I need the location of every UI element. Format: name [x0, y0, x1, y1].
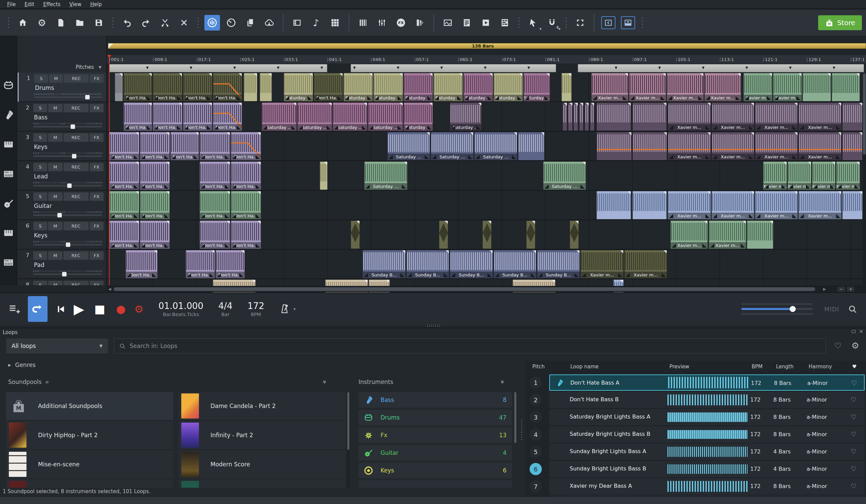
- toolbar-grip[interactable]: [7, 16, 10, 29]
- undo-icon[interactable]: [119, 15, 135, 31]
- audio-clip[interactable]: [832, 73, 860, 101]
- track-header-7[interactable]: 7SMRECFXPad: [18, 250, 106, 279]
- pitch-change-marker[interactable]: ▼: [702, 66, 704, 70]
- audio-clip[interactable]: Don't Ha...: [200, 220, 230, 249]
- loop-row[interactable]: Sunday Bright Lights Bass B1724 Barsa-Mi…: [549, 461, 865, 477]
- audio-clip[interactable]: Sunday B...: [493, 250, 536, 278]
- loop-row[interactable]: Saturday Bright Lights Bass A1728 Barsa-…: [549, 409, 865, 425]
- redo-icon[interactable]: [138, 15, 154, 31]
- audio-clip[interactable]: Sunday B...: [406, 250, 449, 278]
- soundpools-scrollbar[interactable]: [347, 392, 349, 488]
- play-box-icon[interactable]: [478, 15, 493, 31]
- delete-icon[interactable]: ✕: [176, 15, 192, 31]
- favorite-toggle-icon[interactable]: ♡: [851, 413, 856, 421]
- audio-clip[interactable]: Xavier m...: [668, 132, 711, 160]
- pitch-change-marker[interactable]: ▼: [658, 66, 661, 70]
- cloud-import-icon[interactable]: [262, 15, 277, 31]
- loops-icon[interactable]: [204, 15, 220, 31]
- track-volume-slider[interactable]: [34, 96, 102, 98]
- playhead[interactable]: [109, 55, 110, 285]
- vertical-scrollbar[interactable]: [863, 72, 866, 285]
- audio-clip[interactable]: Don't Ha...: [213, 73, 242, 101]
- audio-clip[interactable]: [842, 132, 863, 160]
- loop-preview-waveform[interactable]: [668, 377, 748, 388]
- skip-to-start-button[interactable]: [56, 305, 66, 314]
- track-s-button[interactable]: S: [33, 281, 47, 285]
- column-header-length[interactable]: Length: [776, 364, 794, 370]
- track-s-button[interactable]: S: [33, 133, 47, 142]
- track-m-button[interactable]: M: [48, 192, 62, 201]
- audio-clip[interactable]: Xavier m...: [580, 250, 623, 278]
- pitch-change-marker[interactable]: ▼: [615, 66, 618, 70]
- track-volume-slider[interactable]: [33, 273, 102, 275]
- loops-filter-dropdown[interactable]: All loops ▼: [6, 339, 108, 353]
- loop-preview-waveform[interactable]: [667, 447, 747, 457]
- pitch-change-marker[interactable]: ▼: [789, 66, 792, 70]
- pitch-button-7[interactable]: 7: [530, 480, 542, 492]
- audio-clip[interactable]: Xavier m...: [712, 132, 754, 160]
- audio-clip[interactable]: Xavier m...: [712, 102, 754, 131]
- panel-resize-handle[interactable]: [426, 324, 440, 327]
- audio-clip[interactable]: Don't Ha...: [109, 132, 139, 160]
- audio-clip[interactable]: Saturday ...: [431, 132, 474, 160]
- audio-clip[interactable]: [563, 102, 567, 131]
- track-header-3[interactable]: 3SMRECFXKeys: [18, 131, 106, 161]
- loop-row[interactable]: Xavier my Dear Bass A1728 Barsa-Minor♡: [549, 478, 865, 494]
- soundpool-item[interactable]: [6, 480, 173, 488]
- master-volume-slider[interactable]: [741, 302, 813, 316]
- audio-clip[interactable]: [244, 73, 257, 101]
- soundpool-item[interactable]: MAdditional Soundpools: [6, 392, 173, 420]
- audio-clip[interactable]: [747, 220, 773, 249]
- audio-clip[interactable]: Don't Ha...: [231, 132, 261, 160]
- audio-clip[interactable]: Saturday ...: [433, 73, 463, 101]
- loop-toggle-button[interactable]: [28, 296, 47, 322]
- audio-clip[interactable]: Xavier m...: [743, 73, 772, 101]
- audio-clip[interactable]: Xavier m...: [704, 73, 741, 101]
- pitch-button-5[interactable]: 5: [530, 446, 542, 458]
- audio-clip[interactable]: [802, 73, 831, 101]
- audio-clip[interactable]: Xavier m...: [591, 73, 629, 101]
- audio-clip[interactable]: Saturday ...: [374, 73, 403, 101]
- pitch-strip[interactable]: [351, 64, 556, 72]
- track-header-1[interactable]: 1SMRECFXDrums: [18, 72, 106, 102]
- track-fx-button[interactable]: FX: [90, 74, 103, 83]
- track-rec-button[interactable]: REC: [64, 74, 89, 83]
- audio-clip[interactable]: [632, 132, 667, 160]
- stop-button[interactable]: ■: [95, 302, 105, 316]
- audio-clip[interactable]: [482, 220, 491, 249]
- audio-clip[interactable]: [632, 191, 667, 219]
- pitch-change-marker[interactable]: ▼: [277, 66, 280, 70]
- audio-clip[interactable]: [526, 220, 535, 249]
- home-icon[interactable]: [15, 15, 31, 31]
- audio-clip[interactable]: Saturday ...: [297, 102, 332, 131]
- audio-clip[interactable]: Don't Ha...: [140, 161, 170, 190]
- panel-splitter[interactable]: [520, 419, 523, 441]
- soundpool-item[interactable]: Dirty HipHop - Part 2: [6, 421, 173, 449]
- audio-clip[interactable]: Sunday B...: [363, 250, 405, 278]
- zoom-in-button[interactable]: +: [847, 287, 854, 292]
- toolbar-grip[interactable]: [517, 16, 520, 29]
- audio-clip[interactable]: Don't Ha...: [183, 73, 212, 101]
- track-s-button[interactable]: S: [33, 222, 47, 230]
- scroll-left-icon[interactable]: ◀: [108, 287, 111, 291]
- pitch-change-marker[interactable]: ▼: [484, 66, 487, 70]
- audio-clip[interactable]: Don't Ha...: [213, 102, 242, 131]
- cut-icon[interactable]: [157, 15, 173, 31]
- audio-clip[interactable]: Don't Ha...: [314, 73, 343, 101]
- zoom-search-icon[interactable]: [848, 305, 857, 314]
- loop-row[interactable]: Saturday Bright Lights Bass B1728 Barsa-…: [549, 426, 865, 443]
- menu-help[interactable]: Help: [86, 0, 106, 9]
- track-header-2[interactable]: 2SMRECFXBass: [18, 102, 106, 131]
- new-project-icon[interactable]: [53, 15, 69, 31]
- audio-clip[interactable]: [570, 220, 579, 249]
- track-rec-button[interactable]: REC: [64, 133, 89, 142]
- settings-icon[interactable]: ⚙: [34, 15, 49, 31]
- track-m-button[interactable]: M: [48, 163, 62, 171]
- audio-clip[interactable]: Saturday ...: [450, 102, 482, 131]
- range-handle[interactable]: [108, 43, 113, 48]
- loops-settings-icon[interactable]: ⚙: [852, 341, 859, 351]
- audio-clip[interactable]: Saturday ...: [262, 102, 296, 131]
- audio-clip[interactable]: Xavier m...: [624, 250, 667, 278]
- audio-clip[interactable]: Don't Ha...: [153, 102, 182, 131]
- arrangement-range-bar[interactable]: 138 Bars: [108, 43, 866, 49]
